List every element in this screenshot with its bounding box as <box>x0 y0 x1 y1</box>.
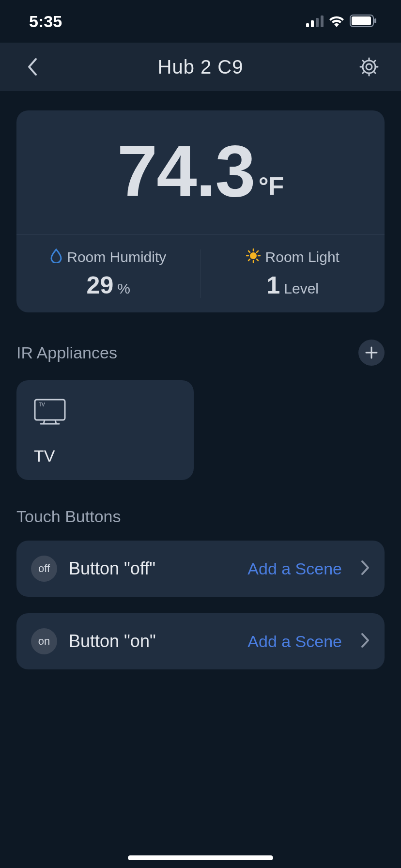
svg-line-23 <box>44 420 45 424</box>
section-title-touch: Touch Buttons <box>16 507 121 526</box>
appliance-name: TV <box>34 447 176 465</box>
humidity-unit: % <box>117 280 130 297</box>
appliance-tile-tv[interactable]: TV TV <box>16 380 194 480</box>
humidity-value: 29 <box>87 271 114 299</box>
metrics-row: Room Humidity 29 % <box>16 235 385 312</box>
climate-card[interactable]: 74.3 °F Room Humidity 29 % <box>16 110 385 312</box>
humidity-label: Room Humidity <box>67 249 166 265</box>
gear-icon <box>359 57 379 77</box>
svg-rect-2 <box>316 18 319 27</box>
page-title: Hub 2 C9 <box>158 56 244 78</box>
status-time: 5:35 <box>29 12 62 31</box>
state-pill-on: on <box>31 628 57 654</box>
svg-rect-6 <box>374 18 376 23</box>
svg-line-14 <box>248 251 250 252</box>
nav-bar: Hub 2 C9 <box>0 43 401 91</box>
section-title-ir: IR Appliances <box>16 343 117 362</box>
home-indicator[interactable] <box>128 855 273 860</box>
plus-icon <box>365 346 378 359</box>
add-scene-link[interactable]: Add a Scene <box>247 559 342 578</box>
temperature-unit: °F <box>259 171 284 201</box>
chevron-right-icon <box>360 632 370 651</box>
svg-text:TV: TV <box>39 402 45 407</box>
svg-point-8 <box>363 61 375 73</box>
sun-icon <box>246 248 261 266</box>
svg-line-15 <box>257 259 258 261</box>
ir-section-header: IR Appliances <box>16 340 385 366</box>
light-unit: Level <box>284 280 319 297</box>
status-bar: 5:35 <box>0 0 401 43</box>
light-label: Room Light <box>265 249 339 265</box>
battery-icon <box>350 12 377 31</box>
svg-rect-3 <box>321 16 324 27</box>
humidity-metric: Room Humidity 29 % <box>16 235 200 312</box>
wifi-icon <box>328 12 345 31</box>
svg-line-17 <box>248 259 250 261</box>
touch-section-header: Touch Buttons <box>16 507 385 526</box>
tv-icon: TV <box>34 399 176 427</box>
temperature-value: 74.3 <box>117 135 255 207</box>
humidity-icon <box>50 248 62 266</box>
svg-line-16 <box>257 251 258 252</box>
back-button[interactable] <box>17 52 46 81</box>
touch-button-label: Button "on" <box>69 631 236 651</box>
touch-button-off-row[interactable]: off Button "off" Add a Scene <box>16 541 385 597</box>
light-value: 1 <box>266 271 280 299</box>
add-appliance-button[interactable] <box>358 340 385 366</box>
status-indicators <box>306 12 377 31</box>
add-scene-link[interactable]: Add a Scene <box>247 632 342 651</box>
chevron-right-icon <box>360 559 370 578</box>
svg-rect-0 <box>306 23 309 27</box>
light-metric: Room Light 1 Level <box>201 235 385 312</box>
temperature-display: 74.3 °F <box>16 110 385 234</box>
settings-button[interactable] <box>355 52 384 81</box>
svg-point-7 <box>366 64 372 70</box>
svg-point-9 <box>250 252 257 259</box>
chevron-left-icon <box>26 57 38 77</box>
svg-rect-1 <box>311 20 314 27</box>
content: 74.3 °F Room Humidity 29 % <box>0 91 401 669</box>
state-pill-off: off <box>31 556 57 582</box>
touch-button-on-row[interactable]: on Button "on" Add a Scene <box>16 613 385 669</box>
svg-line-24 <box>55 420 56 424</box>
svg-rect-5 <box>352 16 371 25</box>
touch-button-label: Button "off" <box>69 558 236 579</box>
cellular-icon <box>306 12 324 31</box>
